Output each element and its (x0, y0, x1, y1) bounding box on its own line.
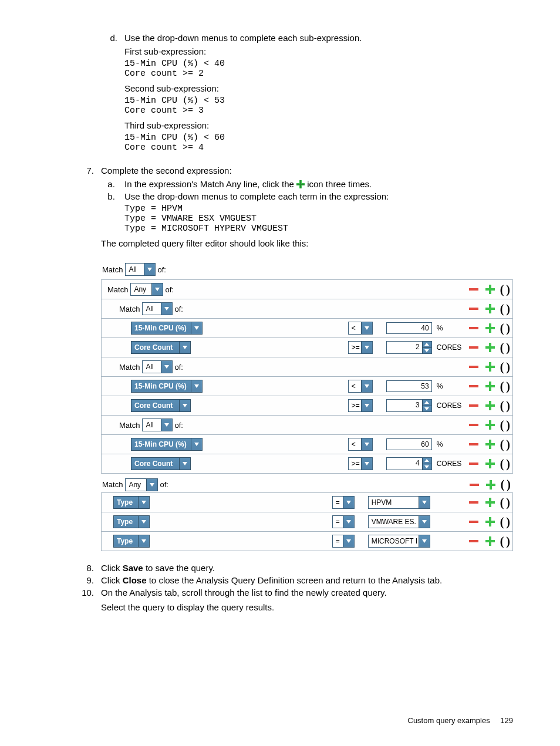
remove-icon[interactable] (467, 322, 480, 335)
remove-icon[interactable] (467, 399, 480, 412)
match-all-select[interactable]: All (142, 418, 173, 431)
svg-rect-26 (485, 443, 495, 445)
svg-rect-0 (469, 288, 478, 291)
group-icon[interactable]: ( ) (500, 360, 510, 374)
of-label: of: (157, 265, 166, 274)
value-spinner[interactable] (386, 341, 432, 354)
value-input[interactable] (386, 380, 432, 392)
remove-icon[interactable] (468, 478, 481, 491)
add-icon[interactable] (484, 418, 497, 431)
match-label: Match (102, 265, 123, 274)
svg-rect-33 (469, 501, 478, 504)
svg-rect-24 (469, 443, 478, 445)
value-select[interactable]: HPVM (368, 496, 430, 509)
op-select[interactable]: >= (348, 399, 373, 412)
group-icon[interactable]: ( ) (500, 496, 510, 509)
group-icon[interactable]: ( ) (500, 302, 510, 316)
list-marker-d: d. (94, 33, 124, 157)
add-icon[interactable] (484, 496, 497, 509)
group-icon[interactable]: ( ) (500, 418, 510, 432)
value-select[interactable]: VMWARE ES. (368, 515, 430, 528)
add-icon[interactable] (484, 302, 497, 315)
metric-select[interactable]: 15-Min CPU (%) (131, 380, 203, 393)
unit-label: % (437, 382, 467, 390)
remove-icon[interactable] (467, 360, 480, 373)
remove-icon[interactable] (467, 496, 480, 509)
of-label: of: (174, 305, 183, 313)
match-any-select[interactable]: Any (130, 283, 163, 296)
match-label: Match (107, 285, 128, 294)
remove-icon[interactable] (467, 515, 480, 528)
step8-pre: Click (101, 563, 123, 573)
add-icon[interactable] (484, 457, 497, 470)
metric-select[interactable]: Type (113, 535, 150, 548)
remove-icon[interactable] (467, 418, 480, 431)
remove-icon[interactable] (467, 535, 480, 548)
group-icon[interactable]: ( ) (500, 322, 510, 335)
footer-text: Custom query examples (408, 716, 490, 725)
add-icon[interactable] (484, 399, 497, 412)
remove-icon[interactable] (467, 457, 480, 470)
op-select[interactable]: < (348, 438, 373, 451)
op-select[interactable]: = (332, 496, 355, 509)
metric-select[interactable]: Core Count (131, 399, 191, 412)
add-icon[interactable] (484, 535, 497, 548)
add-icon[interactable] (484, 360, 497, 373)
group-icon[interactable]: ( ) (500, 380, 510, 393)
match-root-select[interactable]: All (125, 263, 156, 276)
op-select[interactable]: >= (348, 457, 373, 470)
add-icon[interactable] (484, 341, 497, 354)
value-spinner[interactable] (386, 457, 432, 470)
group-icon[interactable]: ( ) (500, 399, 510, 413)
value-select[interactable]: MICROSOFT I (368, 535, 430, 548)
group-icon[interactable]: ( ) (500, 457, 510, 471)
unit-label: CORES (437, 343, 467, 352)
svg-rect-3 (469, 308, 478, 310)
op-select[interactable]: < (348, 380, 373, 393)
svg-rect-36 (469, 521, 478, 523)
match-any-select[interactable]: Any (125, 478, 158, 491)
add-icon[interactable] (484, 515, 497, 528)
svg-rect-21 (469, 424, 478, 426)
remove-icon[interactable] (467, 302, 480, 315)
list-marker-8: 8. (65, 563, 101, 573)
metric-select[interactable]: 15-Min CPU (%) (131, 438, 203, 451)
remove-icon[interactable] (467, 438, 480, 451)
of-label: of: (165, 285, 173, 294)
value-input[interactable] (386, 322, 432, 334)
svg-rect-32 (486, 484, 495, 486)
svg-rect-8 (485, 327, 495, 329)
metric-select[interactable]: Type (113, 496, 150, 509)
value-input[interactable] (386, 438, 432, 450)
group-icon[interactable]: ( ) (501, 478, 511, 491)
op-select[interactable]: >= (348, 341, 373, 354)
match-all-select[interactable]: All (142, 360, 173, 373)
remove-icon[interactable] (467, 380, 480, 393)
step7a-pre: In the expression's Match Any line, clic… (124, 179, 296, 189)
group-icon[interactable]: ( ) (500, 341, 510, 355)
op-select[interactable]: = (332, 535, 355, 548)
group-icon[interactable]: ( ) (500, 283, 510, 296)
svg-rect-20 (485, 404, 495, 407)
add-icon[interactable] (484, 478, 497, 491)
value-spinner[interactable] (386, 399, 432, 412)
add-icon[interactable] (484, 380, 497, 393)
metric-select[interactable]: 15-Min CPU (%) (131, 322, 203, 335)
group-icon[interactable]: ( ) (500, 438, 510, 451)
step10-line2: Select the query to display the query re… (101, 602, 513, 612)
of-label: of: (174, 363, 183, 372)
metric-select[interactable]: Core Count (131, 457, 191, 470)
remove-icon[interactable] (467, 283, 480, 296)
metric-select[interactable]: Core Count (131, 341, 191, 354)
metric-select[interactable]: Type (113, 515, 150, 528)
op-select[interactable]: < (348, 322, 373, 335)
group-icon[interactable]: ( ) (500, 515, 510, 529)
add-icon[interactable] (484, 438, 497, 451)
match-all-select[interactable]: All (142, 302, 173, 315)
op-select[interactable]: = (332, 515, 355, 528)
group-icon[interactable]: ( ) (500, 535, 510, 548)
add-icon[interactable] (484, 322, 497, 335)
add-icon[interactable] (484, 283, 497, 296)
svg-rect-39 (469, 540, 478, 542)
remove-icon[interactable] (467, 341, 480, 354)
